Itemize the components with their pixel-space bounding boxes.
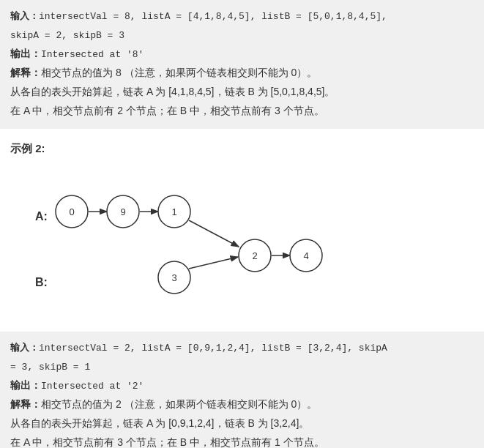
example2-label: 示例 2: bbox=[10, 142, 474, 156]
section1-text: 输入：intersectVal = 8, listA = [4,1,8,4,5]… bbox=[10, 7, 474, 120]
diagram-area: A: 0 9 1 2 4 B bbox=[10, 160, 474, 324]
explain1-2: 相交节点的值为 2 （注意，如果两个链表相交则不能为 0）。 bbox=[41, 398, 317, 410]
input-label-2: 输入： bbox=[10, 343, 39, 354]
explain2-2: 从各自的表头开始算起，链表 A 为 [0,9,1,2,4]，链表 B 为 [3,… bbox=[10, 417, 309, 429]
explain3-2: 在 A 中，相交节点前有 3 个节点；在 B 中，相交节点前有 1 个节点。 bbox=[10, 436, 324, 448]
arrow-a2-shared bbox=[189, 220, 239, 247]
output-label-2: 输出： bbox=[10, 379, 41, 391]
explain-label-1: 解释： bbox=[10, 67, 41, 78]
node-shared1-text: 4 bbox=[303, 250, 308, 261]
input-text-2b: = 3, skipB = 1 bbox=[10, 362, 90, 373]
node-a0-text: 0 bbox=[69, 206, 74, 217]
example2-section: 示例 2: A: 0 9 1 bbox=[0, 129, 484, 332]
label-a: A: bbox=[35, 210, 48, 223]
node-shared0-text: 2 bbox=[252, 250, 257, 261]
node-a1-text: 9 bbox=[120, 206, 125, 217]
section1: 输入：intersectVal = 8, listA = [4,1,8,4,5]… bbox=[0, 0, 484, 129]
output-label-1: 输出： bbox=[10, 48, 41, 59]
input-label-1: 输入： bbox=[10, 11, 39, 22]
explain2-1: 从各自的表头开始算起，链表 A 为 [4,1,8,4,5]，链表 B 为 [5,… bbox=[10, 86, 335, 97]
arrow-b0-shared bbox=[189, 257, 238, 269]
node-a2-text: 1 bbox=[171, 206, 176, 217]
explain-label-2: 解释： bbox=[10, 398, 41, 410]
diagram-svg: A: 0 9 1 2 4 B bbox=[21, 168, 445, 314]
node-b0-text: 3 bbox=[171, 272, 176, 283]
label-b: B: bbox=[35, 276, 48, 288]
input-text-1: intersectVal = 8, listA = [4,1,8,4,5], l… bbox=[39, 11, 387, 22]
explain1-1: 相交节点的值为 8 （注意，如果两个链表相交则不能为 0）。 bbox=[41, 67, 317, 78]
input-text-2: intersectVal = 2, listA = [0,9,1,2,4], l… bbox=[39, 343, 387, 354]
section2: 输入：intersectVal = 2, listA = [0,9,1,2,4]… bbox=[0, 332, 484, 448]
output-text-1: Intersected at '8' bbox=[41, 49, 144, 60]
input-text-1b: skipA = 2, skipB = 3 bbox=[10, 30, 124, 41]
output-text-2: Intersected at '2' bbox=[41, 381, 144, 392]
explain3-1: 在 A 中，相交节点前有 2 个节点；在 B 中，相交节点前有 3 个节点。 bbox=[10, 105, 324, 116]
section2-text: 输入：intersectVal = 2, listA = [0,9,1,2,4]… bbox=[10, 339, 474, 448]
